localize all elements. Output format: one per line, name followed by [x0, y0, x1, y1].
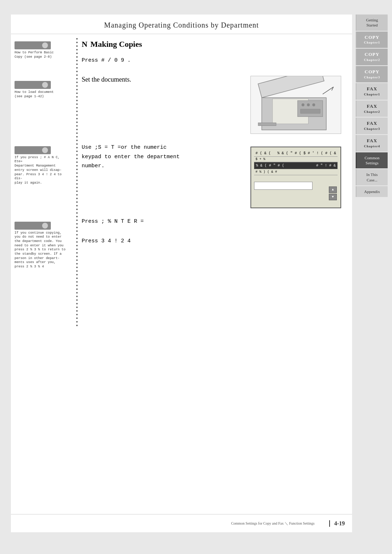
step-3-right: # ( & ( % & ( " # ( $ # ' ! ( # ( & $ + …: [250, 143, 345, 208]
tab-fax-ch2[interactable]: FAX Chapter2: [356, 100, 388, 117]
thumb-label-1: How to Perform Basic Copy (see page 2-8): [15, 51, 67, 59]
step-3-left: Use ;S = T =or the numeric keypad to ent…: [82, 143, 250, 174]
footer-text: Common Settings for Copy and Fax ＼ Funct…: [231, 521, 315, 526]
screen-row-3: # % ) ( & #: [254, 169, 338, 175]
tab-fax-ch4[interactable]: FAX Chapter4: [356, 135, 388, 152]
thumb-item-3: If you press ; # A N C, Ete= Department …: [15, 146, 67, 185]
thumb-box-2: [15, 81, 51, 89]
screen-arrows: ▲ ▼: [329, 186, 337, 200]
step-2-left: Set the documents.: [82, 76, 250, 86]
thumb-box-3: [15, 146, 51, 154]
svg-rect-8: [258, 123, 276, 126]
tab-copy-ch3[interactable]: COPY Chapter3: [356, 66, 388, 83]
tab-appendix[interactable]: Appendix: [356, 186, 388, 197]
section-bullet: N: [82, 40, 87, 49]
step-3-text: Use ;S = T =or the numeric keypad to ent…: [82, 143, 183, 171]
step-2-text: Set the documents.: [82, 76, 250, 83]
svg-rect-1: [258, 76, 324, 98]
tab-getting-started[interactable]: Getting Started: [356, 15, 388, 31]
page-number: 4-19: [329, 520, 345, 527]
step-5-text: Press 3 4 ! 2 4: [82, 237, 345, 246]
svg-rect-3: [298, 100, 323, 116]
step-2: Set the documents.: [82, 76, 345, 134]
thumb-item-2: How to load document (see page 1-42): [15, 81, 67, 99]
step-4: Press ; % N T E R =: [82, 217, 345, 226]
machine-image: [250, 76, 341, 134]
tab-fax-ch3[interactable]: FAX Chapter3: [356, 118, 388, 134]
screen-row-1: # ( & ( % & ( " # ( $ # ' ! ( # ( &: [254, 150, 338, 157]
page-header: Managing Operating Conditions by Departm…: [11, 15, 352, 34]
arrow-up-btn[interactable]: ▲: [329, 186, 337, 193]
screen-row-highlight: % & ( # " # ( # " ! # &: [254, 162, 338, 169]
svg-point-6: [312, 103, 315, 106]
screen-input: [254, 182, 313, 190]
page-footer: Common Settings for Copy and Fax ＼ Funct…: [11, 514, 352, 532]
tab-copy-ch2[interactable]: COPY Chapter2: [356, 49, 388, 65]
arrow-down-btn[interactable]: ▼: [329, 194, 337, 200]
step-4-text: Press ; % N T E R =: [82, 217, 345, 226]
step-3: Use ;S = T =or the numeric keypad to ent…: [82, 143, 345, 208]
svg-point-4: [302, 103, 305, 106]
machine-svg: [251, 76, 341, 134]
thumb-item-4: If you continue copying, you do not need…: [15, 222, 67, 269]
right-sidebar: Getting Started COPY Chapter1 COPY Chapt…: [356, 15, 392, 197]
tab-in-this-case[interactable]: In This Case...: [356, 169, 388, 185]
main-content-area: N Making Copies Press # / 0 9 . Set the …: [71, 34, 352, 532]
step-2-right: [250, 76, 345, 134]
screen-image: # ( & ( % & ( " # ( $ # ' ! ( # ( & $ + …: [250, 147, 341, 208]
svg-rect-7: [301, 109, 320, 114]
tab-common-settings[interactable]: Common Settings: [356, 152, 388, 169]
screen-row-2: $ + %: [254, 157, 338, 162]
tab-copy-ch1[interactable]: COPY Chapter1: [356, 32, 388, 48]
section-title: N Making Copies: [82, 40, 345, 49]
thumb-label-3: If you press ; # A N C, Ete= Department …: [15, 156, 67, 185]
tab-fax-ch1[interactable]: FAX Chapter1: [356, 83, 388, 100]
step-1: Press # / 0 9 .: [82, 56, 345, 65]
step-1-text: Press # / 0 9 .: [82, 56, 345, 65]
thumb-item-1: How to Perform Basic Copy (see page 2-8): [15, 41, 67, 59]
thumb-box-1: [15, 41, 51, 49]
main-page: Managing Operating Conditions by Departm…: [11, 15, 352, 532]
screen-input-area: [254, 179, 338, 190]
page-title: Managing Operating Conditions by Departm…: [104, 21, 259, 29]
step-5: Press 3 4 ! 2 4: [82, 237, 345, 246]
thumb-box-4: [15, 222, 51, 230]
page-content: How to Perform Basic Copy (see page 2-8)…: [11, 34, 352, 532]
thumb-label-2: How to load document (see page 1-42): [15, 90, 67, 99]
thumb-label-4: If you continue copying, you do not need…: [15, 231, 67, 269]
svg-point-5: [307, 103, 310, 106]
section-title-text: Making Copies: [90, 40, 142, 49]
left-sidebar: How to Perform Basic Copy (see page 2-8)…: [11, 34, 71, 532]
